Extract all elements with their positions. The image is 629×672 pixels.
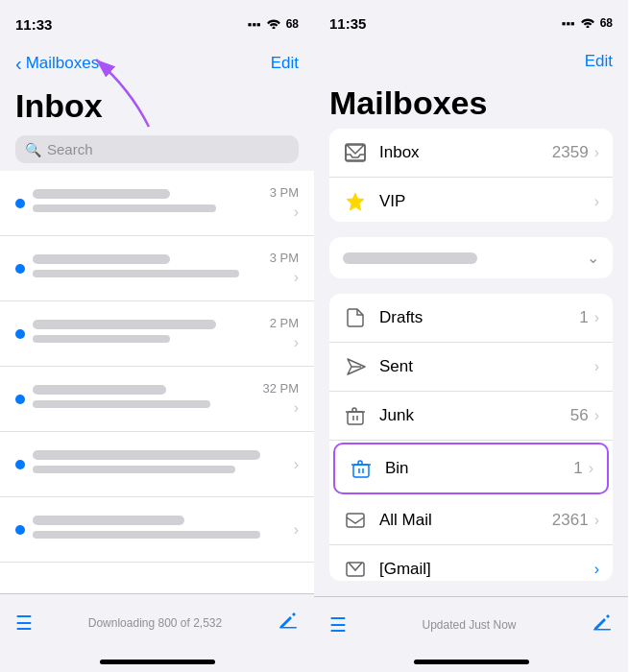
gmail-label: [Gmail] [379,560,594,579]
email-subject-blur [33,531,260,539]
svg-rect-8 [593,629,611,631]
email-meta: › [294,521,299,539]
right-nav-bar: Edit [314,41,628,82]
unread-dot [15,460,25,469]
right-status-icons: ▪▪▪ 68 [562,16,613,31]
expand-icon: ⌄ [587,249,599,267]
mailboxes-section-2: Drafts 1 › Sent › Jun [329,294,613,581]
email-subject-blur [33,335,170,343]
email-item[interactable]: › [0,432,314,497]
email-sender-blur [33,516,184,525]
bin-item[interactable]: Bin 1 › [333,443,609,494]
sent-icon [343,354,368,379]
email-subject-blur [33,270,239,277]
inbox-title: Inbox [15,88,299,124]
drafts-icon [343,305,368,330]
email-item[interactable]: › [0,497,314,563]
junk-count: 56 [570,406,589,425]
junk-item[interactable]: Junk 56 › [329,392,613,441]
email-content [33,516,286,544]
download-status: Downloading 800 of 2,532 [88,616,222,630]
left-edit-button[interactable]: Edit [271,54,299,73]
sent-item[interactable]: Sent › [329,343,613,392]
filter-icon[interactable]: ☰ [15,612,33,635]
email-item[interactable]: 3 PM › [0,171,314,236]
search-bar[interactable]: 🔍 Search [15,135,299,163]
allmail-item[interactable]: All Mail 2361 › [329,496,613,545]
inbox-item[interactable]: Inbox 2359 › [329,129,613,178]
drafts-item[interactable]: Drafts 1 › [329,294,613,343]
left-title-container: Inbox [0,84,314,132]
back-chevron-icon: ‹ [15,53,22,75]
email-list: 3 PM › 3 PM › 2 PM › [0,171,314,593]
email-chevron-icon: › [294,334,299,351]
svg-rect-6 [347,514,364,527]
gmail-item[interactable]: [Gmail] › [329,545,613,581]
junk-chevron-icon: › [594,407,599,424]
right-home-bar [414,660,529,664]
email-sender-blur [33,320,216,329]
right-edit-button[interactable]: Edit [585,52,613,71]
email-content [33,320,262,348]
inbox-label: Inbox [379,143,552,162]
right-status-bar: 11:35 ▪▪▪ 68 [314,0,628,41]
left-status-icons: ▪▪▪ 68 [248,17,299,32]
gmail-icon [343,557,368,581]
email-time: 32 PM [262,381,299,396]
email-subject-blur [33,204,216,212]
email-chevron-icon: › [294,456,299,473]
vip-icon [343,189,368,214]
mailboxes-back-button[interactable]: ‹ Mailboxes [15,53,99,75]
mailboxes-section-1: Inbox 2359 › VIP › [329,129,613,222]
junk-icon [343,403,368,428]
unread-dot [15,329,25,339]
right-bottom-bar: ☰ Updated Just Now [314,596,628,652]
allmail-count: 2361 [552,511,589,530]
search-icon: 🔍 [25,142,41,157]
wifi-icon [266,17,281,32]
vip-item[interactable]: VIP › [329,178,613,222]
bin-chevron-icon: › [589,460,593,477]
inbox-chevron-icon: › [594,144,599,161]
left-nav-bar: ‹ Mailboxes Edit [0,42,314,84]
right-compose-icon[interactable] [592,612,613,637]
home-indicator [0,651,314,672]
right-filter-icon[interactable]: ☰ [329,613,347,636]
email-chevron-icon: › [294,399,299,417]
bin-count: 1 [573,459,582,478]
right-home-indicator [314,652,628,672]
signal-icon: ▪▪▪ [562,16,575,31]
email-chevron-icon: › [294,269,299,286]
sent-label: Sent [379,357,594,376]
email-sender-blur [33,254,170,264]
gmail-chevron-icon: › [594,561,599,578]
right-phone-panel: 11:35 ▪▪▪ 68 Edit Mailboxes Inb [314,0,628,672]
email-item[interactable]: 3 PM › [0,236,314,301]
email-meta: › [294,456,299,473]
svg-rect-5 [353,465,369,477]
unread-dot [15,264,25,274]
signal-icon: ▪▪▪ [248,17,261,32]
left-status-time: 11:33 [15,16,52,33]
compose-icon[interactable] [278,610,299,636]
bin-icon [349,456,374,481]
email-sender-blur [33,450,260,460]
email-item[interactable]: 2 PM › [0,301,314,367]
bin-label: Bin [385,459,573,478]
account-blur [343,252,477,264]
email-sender-blur [33,189,170,199]
inbox-count: 2359 [552,143,589,162]
vip-label: VIP [379,192,594,211]
account-row[interactable]: ⌄ [329,237,613,278]
email-time: 3 PM [270,185,299,200]
email-content [33,385,254,414]
svg-rect-1 [279,627,297,629]
allmail-label: All Mail [379,511,552,530]
email-meta: 3 PM › [270,251,299,286]
junk-label: Junk [379,406,570,425]
email-content [33,254,262,283]
email-item[interactable]: 32 PM › [0,367,314,432]
unread-dot [15,395,25,404]
unread-dot [15,525,25,535]
back-label: Mailboxes [26,54,100,73]
